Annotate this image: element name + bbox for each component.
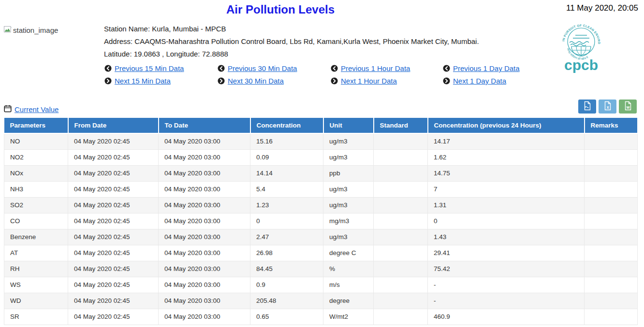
nav-group-1-day: Previous 1 Day Data Next 1 Day Data: [443, 64, 556, 85]
table-cell: 205.48: [250, 293, 323, 309]
table-cell: [374, 165, 428, 181]
arrow-circle-right-icon: [104, 77, 112, 85]
table-cell: 04 May 2020 02:45: [68, 293, 159, 309]
table-cell: [374, 261, 428, 277]
table-cell: [374, 133, 428, 149]
station-coordinates: Latitude: 19.0863 , Longitude: 72.8888: [104, 48, 539, 60]
table-cell: 84.45: [250, 261, 323, 277]
previous-1-day-data-link[interactable]: Previous 1 Day Data: [443, 64, 520, 72]
table-cell: 04 May 2020 02:45: [68, 213, 159, 229]
table-cell: 1.62: [428, 149, 585, 165]
table-cell: 04 May 2020 03:00: [159, 149, 250, 165]
broken-image-icon: [4, 26, 12, 34]
table-cell: [585, 261, 638, 277]
arrow-circle-left-icon: [104, 65, 112, 72]
table-cell: 15.16: [250, 133, 323, 149]
table-cell: ug/m3: [323, 181, 374, 197]
next-15-min-data-link[interactable]: Next 15 Min Data: [104, 77, 171, 85]
previous-30-min-data-link[interactable]: Previous 30 Min Data: [218, 64, 297, 72]
next-30-min-data-link[interactable]: Next 30 Min Data: [218, 77, 284, 85]
table-cell: degree C: [323, 245, 374, 261]
table-cell: 04 May 2020 03:00: [159, 293, 250, 309]
table-cell: 14.14: [250, 165, 323, 181]
table-cell: 75.42: [428, 261, 585, 277]
table-cell: [585, 133, 638, 149]
table-cell: 1.23: [250, 197, 323, 213]
table-cell: [374, 229, 428, 245]
station-address: Address: CAAQMS-Maharashtra Pollution Co…: [104, 35, 539, 48]
table-cell: -: [428, 293, 585, 309]
time-navigation: Previous 15 Min Data Next 15 Min Data Pr…: [104, 64, 556, 85]
table-cell: 0: [428, 213, 585, 229]
col-header-parameters: Parameters: [4, 118, 68, 133]
table-row: NO204 May 2020 02:4504 May 2020 03:000.0…: [4, 149, 638, 165]
col-header-concentration: Concentration: [250, 118, 323, 133]
table-cell: 04 May 2020 03:00: [159, 165, 250, 181]
table-cell: 2.47: [250, 229, 323, 245]
table-cell: [585, 149, 638, 165]
table-row: SR04 May 2020 02:4504 May 2020 03:000.65…: [4, 309, 638, 325]
table-cell: [585, 229, 638, 245]
table-cell: [585, 277, 638, 293]
table-cell: [585, 165, 638, 181]
next-1-hour-data-link[interactable]: Next 1 Hour Data: [331, 77, 397, 85]
table-cell: 0: [250, 213, 323, 229]
table-cell: 0.65: [250, 309, 323, 325]
table-cell: [374, 277, 428, 293]
nav-group-30-min: Previous 30 Min Data Next 30 Min Data: [218, 64, 331, 85]
arrow-circle-right-icon: [443, 77, 450, 85]
table-cell: W/mt2: [323, 309, 374, 325]
nav-group-15-min: Previous 15 Min Data Next 15 Min Data: [104, 64, 218, 85]
word-file-icon: w: [624, 101, 632, 112]
table-row: WS04 May 2020 02:4504 May 2020 03:000.9m…: [4, 277, 638, 293]
arrow-circle-left-icon: [331, 65, 338, 72]
svg-text:w: w: [626, 105, 629, 110]
table-cell: 04 May 2020 03:00: [159, 309, 250, 325]
export-excel-button[interactable]: x: [599, 100, 616, 114]
table-cell: 04 May 2020 03:00: [159, 261, 250, 277]
export-word-button[interactable]: w: [619, 100, 637, 114]
table-cell: 04 May 2020 03:00: [159, 245, 250, 261]
page-title: Air Pollution Levels: [0, 3, 561, 16]
col-header-unit: Unit: [323, 118, 374, 133]
table-cell: 04 May 2020 03:00: [159, 181, 250, 197]
table-cell: -: [428, 277, 585, 293]
table-cell: ug/m3: [323, 197, 374, 213]
table-cell: m/s: [323, 277, 374, 293]
table-cell: [374, 181, 428, 197]
station-info-section: Station Name: Kurla, Mumbai - MPCB Addre…: [104, 23, 539, 60]
previous-15-min-data-link[interactable]: Previous 15 Min Data: [104, 64, 184, 72]
table-header-row: Parameters From Date To Date Concentrati…: [4, 118, 638, 133]
table-cell: 04 May 2020 02:45: [68, 197, 159, 213]
table-row: RH04 May 2020 02:4504 May 2020 03:0084.4…: [4, 261, 638, 277]
table-cell: WS: [4, 277, 68, 293]
table-cell: degree: [323, 293, 374, 309]
arrow-circle-right-icon: [331, 77, 338, 85]
next-1-day-data-link[interactable]: Next 1 Day Data: [443, 77, 506, 85]
table-row: NH304 May 2020 02:4504 May 2020 03:005.4…: [4, 181, 638, 197]
current-value-row: Current Value: [4, 105, 59, 114]
table-row: NO04 May 2020 02:4504 May 2020 03:0015.1…: [4, 133, 638, 149]
table-row: AT04 May 2020 02:4504 May 2020 03:0026.9…: [4, 245, 638, 261]
table-cell: 04 May 2020 02:45: [68, 309, 159, 325]
table-cell: 04 May 2020 02:45: [68, 261, 159, 277]
current-value-link[interactable]: Current Value: [15, 105, 59, 114]
logo-wordmark: cpcb: [564, 57, 598, 73]
previous-1-hour-data-link[interactable]: Previous 1 Hour Data: [331, 64, 410, 72]
export-pdf-button[interactable]: [578, 100, 596, 114]
table-cell: ug/m3: [323, 149, 374, 165]
table-cell: 0.9: [250, 277, 323, 293]
table-cell: [374, 245, 428, 261]
table-cell: NO: [4, 133, 68, 149]
table-cell: [585, 309, 638, 325]
station-image-alt-text: station_image: [13, 26, 58, 34]
table-cell: %: [323, 261, 374, 277]
table-cell: 04 May 2020 02:45: [68, 181, 159, 197]
table-cell: 04 May 2020 03:00: [159, 197, 250, 213]
table-cell: [585, 197, 638, 213]
table-cell: [374, 309, 428, 325]
table-cell: [585, 181, 638, 197]
calendar-icon: [4, 105, 12, 114]
table-cell: [585, 293, 638, 309]
table-cell: [374, 293, 428, 309]
